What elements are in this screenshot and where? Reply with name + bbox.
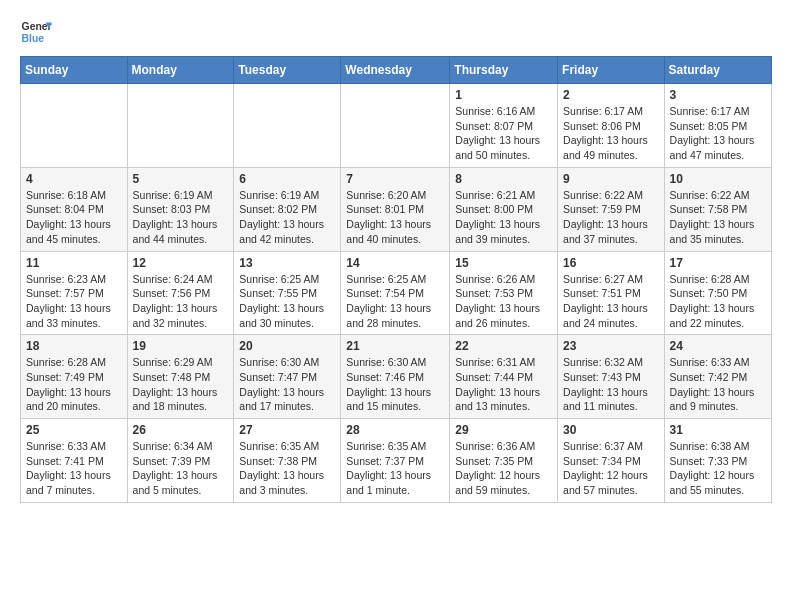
calendar-cell: 13Sunrise: 6:25 AM Sunset: 7:55 PM Dayli… — [234, 251, 341, 335]
day-number: 23 — [563, 339, 659, 353]
calendar-cell: 3Sunrise: 6:17 AM Sunset: 8:05 PM Daylig… — [664, 84, 771, 168]
day-info: Sunrise: 6:34 AM Sunset: 7:39 PM Dayligh… — [133, 439, 229, 498]
day-number: 11 — [26, 256, 122, 270]
day-info: Sunrise: 6:30 AM Sunset: 7:47 PM Dayligh… — [239, 355, 335, 414]
calendar-cell: 7Sunrise: 6:20 AM Sunset: 8:01 PM Daylig… — [341, 167, 450, 251]
calendar-cell: 25Sunrise: 6:33 AM Sunset: 7:41 PM Dayli… — [21, 419, 128, 503]
day-number: 26 — [133, 423, 229, 437]
day-number: 9 — [563, 172, 659, 186]
calendar-cell: 31Sunrise: 6:38 AM Sunset: 7:33 PM Dayli… — [664, 419, 771, 503]
day-number: 27 — [239, 423, 335, 437]
day-info: Sunrise: 6:20 AM Sunset: 8:01 PM Dayligh… — [346, 188, 444, 247]
calendar-cell: 30Sunrise: 6:37 AM Sunset: 7:34 PM Dayli… — [558, 419, 665, 503]
week-row-5: 25Sunrise: 6:33 AM Sunset: 7:41 PM Dayli… — [21, 419, 772, 503]
week-row-1: 1Sunrise: 6:16 AM Sunset: 8:07 PM Daylig… — [21, 84, 772, 168]
calendar-cell: 8Sunrise: 6:21 AM Sunset: 8:00 PM Daylig… — [450, 167, 558, 251]
day-number: 22 — [455, 339, 552, 353]
calendar-cell: 29Sunrise: 6:36 AM Sunset: 7:35 PM Dayli… — [450, 419, 558, 503]
day-info: Sunrise: 6:17 AM Sunset: 8:05 PM Dayligh… — [670, 104, 766, 163]
weekday-header-sunday: Sunday — [21, 57, 128, 84]
day-number: 17 — [670, 256, 766, 270]
calendar-cell: 27Sunrise: 6:35 AM Sunset: 7:38 PM Dayli… — [234, 419, 341, 503]
day-number: 13 — [239, 256, 335, 270]
calendar-cell — [21, 84, 128, 168]
day-info: Sunrise: 6:38 AM Sunset: 7:33 PM Dayligh… — [670, 439, 766, 498]
day-info: Sunrise: 6:22 AM Sunset: 7:58 PM Dayligh… — [670, 188, 766, 247]
day-number: 12 — [133, 256, 229, 270]
day-info: Sunrise: 6:28 AM Sunset: 7:49 PM Dayligh… — [26, 355, 122, 414]
weekday-header-thursday: Thursday — [450, 57, 558, 84]
week-row-2: 4Sunrise: 6:18 AM Sunset: 8:04 PM Daylig… — [21, 167, 772, 251]
day-info: Sunrise: 6:23 AM Sunset: 7:57 PM Dayligh… — [26, 272, 122, 331]
calendar-cell: 4Sunrise: 6:18 AM Sunset: 8:04 PM Daylig… — [21, 167, 128, 251]
day-number: 1 — [455, 88, 552, 102]
day-number: 19 — [133, 339, 229, 353]
logo: General Blue — [20, 16, 52, 48]
calendar-cell: 2Sunrise: 6:17 AM Sunset: 8:06 PM Daylig… — [558, 84, 665, 168]
day-info: Sunrise: 6:27 AM Sunset: 7:51 PM Dayligh… — [563, 272, 659, 331]
day-number: 21 — [346, 339, 444, 353]
calendar-cell — [127, 84, 234, 168]
day-info: Sunrise: 6:24 AM Sunset: 7:56 PM Dayligh… — [133, 272, 229, 331]
day-number: 3 — [670, 88, 766, 102]
day-number: 8 — [455, 172, 552, 186]
calendar-cell: 21Sunrise: 6:30 AM Sunset: 7:46 PM Dayli… — [341, 335, 450, 419]
day-number: 31 — [670, 423, 766, 437]
calendar-cell: 10Sunrise: 6:22 AM Sunset: 7:58 PM Dayli… — [664, 167, 771, 251]
calendar-cell: 15Sunrise: 6:26 AM Sunset: 7:53 PM Dayli… — [450, 251, 558, 335]
calendar-cell: 19Sunrise: 6:29 AM Sunset: 7:48 PM Dayli… — [127, 335, 234, 419]
logo-icon: General Blue — [20, 16, 52, 48]
calendar-cell: 9Sunrise: 6:22 AM Sunset: 7:59 PM Daylig… — [558, 167, 665, 251]
svg-text:Blue: Blue — [22, 33, 45, 44]
calendar-cell: 14Sunrise: 6:25 AM Sunset: 7:54 PM Dayli… — [341, 251, 450, 335]
day-info: Sunrise: 6:18 AM Sunset: 8:04 PM Dayligh… — [26, 188, 122, 247]
day-number: 15 — [455, 256, 552, 270]
day-info: Sunrise: 6:19 AM Sunset: 8:03 PM Dayligh… — [133, 188, 229, 247]
day-info: Sunrise: 6:22 AM Sunset: 7:59 PM Dayligh… — [563, 188, 659, 247]
day-number: 29 — [455, 423, 552, 437]
calendar-cell: 11Sunrise: 6:23 AM Sunset: 7:57 PM Dayli… — [21, 251, 128, 335]
calendar-cell: 23Sunrise: 6:32 AM Sunset: 7:43 PM Dayli… — [558, 335, 665, 419]
calendar-cell: 22Sunrise: 6:31 AM Sunset: 7:44 PM Dayli… — [450, 335, 558, 419]
calendar-cell: 16Sunrise: 6:27 AM Sunset: 7:51 PM Dayli… — [558, 251, 665, 335]
week-row-4: 18Sunrise: 6:28 AM Sunset: 7:49 PM Dayli… — [21, 335, 772, 419]
weekday-header-monday: Monday — [127, 57, 234, 84]
calendar-cell: 24Sunrise: 6:33 AM Sunset: 7:42 PM Dayli… — [664, 335, 771, 419]
calendar-cell — [234, 84, 341, 168]
calendar-cell: 5Sunrise: 6:19 AM Sunset: 8:03 PM Daylig… — [127, 167, 234, 251]
day-number: 7 — [346, 172, 444, 186]
day-info: Sunrise: 6:37 AM Sunset: 7:34 PM Dayligh… — [563, 439, 659, 498]
calendar-cell: 26Sunrise: 6:34 AM Sunset: 7:39 PM Dayli… — [127, 419, 234, 503]
weekday-header-friday: Friday — [558, 57, 665, 84]
calendar-cell: 6Sunrise: 6:19 AM Sunset: 8:02 PM Daylig… — [234, 167, 341, 251]
day-info: Sunrise: 6:26 AM Sunset: 7:53 PM Dayligh… — [455, 272, 552, 331]
day-info: Sunrise: 6:21 AM Sunset: 8:00 PM Dayligh… — [455, 188, 552, 247]
day-info: Sunrise: 6:33 AM Sunset: 7:42 PM Dayligh… — [670, 355, 766, 414]
day-number: 30 — [563, 423, 659, 437]
calendar-table: SundayMondayTuesdayWednesdayThursdayFrid… — [20, 56, 772, 503]
day-info: Sunrise: 6:25 AM Sunset: 7:55 PM Dayligh… — [239, 272, 335, 331]
calendar-cell: 20Sunrise: 6:30 AM Sunset: 7:47 PM Dayli… — [234, 335, 341, 419]
day-number: 4 — [26, 172, 122, 186]
day-info: Sunrise: 6:29 AM Sunset: 7:48 PM Dayligh… — [133, 355, 229, 414]
day-number: 5 — [133, 172, 229, 186]
calendar-cell: 12Sunrise: 6:24 AM Sunset: 7:56 PM Dayli… — [127, 251, 234, 335]
day-number: 2 — [563, 88, 659, 102]
day-info: Sunrise: 6:32 AM Sunset: 7:43 PM Dayligh… — [563, 355, 659, 414]
day-info: Sunrise: 6:36 AM Sunset: 7:35 PM Dayligh… — [455, 439, 552, 498]
day-number: 16 — [563, 256, 659, 270]
day-info: Sunrise: 6:17 AM Sunset: 8:06 PM Dayligh… — [563, 104, 659, 163]
calendar-cell: 28Sunrise: 6:35 AM Sunset: 7:37 PM Dayli… — [341, 419, 450, 503]
day-info: Sunrise: 6:25 AM Sunset: 7:54 PM Dayligh… — [346, 272, 444, 331]
weekday-header-tuesday: Tuesday — [234, 57, 341, 84]
day-info: Sunrise: 6:30 AM Sunset: 7:46 PM Dayligh… — [346, 355, 444, 414]
day-info: Sunrise: 6:31 AM Sunset: 7:44 PM Dayligh… — [455, 355, 552, 414]
day-info: Sunrise: 6:16 AM Sunset: 8:07 PM Dayligh… — [455, 104, 552, 163]
day-number: 6 — [239, 172, 335, 186]
calendar-cell: 17Sunrise: 6:28 AM Sunset: 7:50 PM Dayli… — [664, 251, 771, 335]
week-row-3: 11Sunrise: 6:23 AM Sunset: 7:57 PM Dayli… — [21, 251, 772, 335]
day-number: 20 — [239, 339, 335, 353]
day-info: Sunrise: 6:35 AM Sunset: 7:37 PM Dayligh… — [346, 439, 444, 498]
day-number: 14 — [346, 256, 444, 270]
day-number: 24 — [670, 339, 766, 353]
